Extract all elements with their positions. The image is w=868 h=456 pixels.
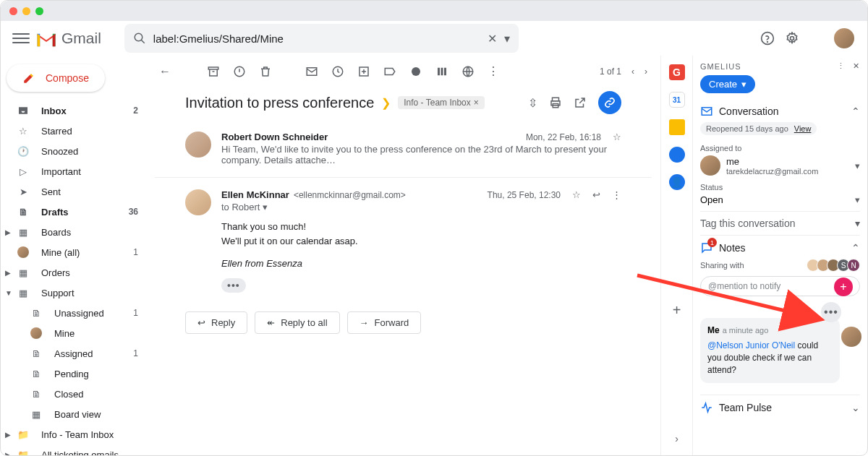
svg-rect-10 (438, 67, 440, 75)
avatar (700, 155, 720, 176)
keep-rail-icon[interactable] (669, 119, 685, 135)
tag-select[interactable]: Tag this conversation (700, 218, 796, 229)
apps-icon[interactable] (809, 32, 822, 45)
sidebar-item-important[interactable]: ▷Important (1, 161, 145, 181)
chevron-up-icon[interactable]: ⌃ (851, 242, 860, 254)
section-pulse[interactable]: Team Pulse (719, 402, 772, 413)
tasks-rail-icon[interactable] (669, 147, 685, 163)
sidebar-item-info-team-inbox[interactable]: ▶📁Info - Team Inbox (1, 424, 145, 444)
add-task-icon[interactable] (357, 65, 370, 78)
settings-icon[interactable] (785, 31, 799, 46)
account-avatar[interactable] (833, 27, 856, 50)
add-rail-icon[interactable]: + (669, 303, 685, 319)
panel-brand: GMELIUS (700, 62, 741, 71)
star-icon[interactable]: ☆ (613, 132, 621, 142)
link-icon[interactable] (598, 91, 621, 114)
board-icon[interactable] (435, 65, 448, 78)
label-icon[interactable] (409, 65, 422, 78)
sidebar-item-orders[interactable]: ▶▦Orders (1, 262, 145, 283)
clear-icon[interactable]: ✕ (488, 32, 497, 46)
compose-button[interactable]: Compose (7, 64, 105, 92)
collapse-rail-icon[interactable]: › (669, 431, 685, 447)
more-icon[interactable]: ⋮ (612, 189, 621, 200)
view-link[interactable]: View (794, 124, 812, 133)
back-icon[interactable]: ← (159, 65, 171, 78)
assignee-row[interactable]: metarekdelacruz@gmail.com ▾ (700, 155, 860, 176)
app-name: Gmail (61, 30, 101, 47)
snooze-icon[interactable] (331, 65, 344, 78)
gmail-logo[interactable]: Gmail (35, 30, 101, 47)
forward-button[interactable]: → Forward (347, 311, 422, 334)
sidebar-item-pending[interactable]: 🗎Pending (1, 363, 145, 384)
sidebar-item-assigned[interactable]: 🗎Assigned1 (1, 343, 145, 363)
chevron-down-icon[interactable]: ▾ (855, 160, 860, 171)
prev-icon[interactable]: ‹ (631, 66, 634, 77)
section-notes[interactable]: Notes (719, 242, 746, 254)
chevron-down-icon[interactable]: ⌄ (851, 402, 860, 413)
svg-rect-12 (444, 67, 446, 75)
panel-more-icon[interactable]: ⋮ (837, 61, 846, 71)
mention-link[interactable]: @Nelson Junior O'Neil (707, 340, 795, 350)
sidebar-item-inbox[interactable]: Inbox2 (1, 100, 145, 121)
sidebar-item-mine-all-[interactable]: Mine (all)1 (1, 242, 145, 262)
maximize-icon[interactable] (35, 7, 43, 15)
spam-icon[interactable] (233, 65, 246, 78)
note-item: ••• Mea minute ago @Nelson Junior O'Neil… (700, 318, 840, 383)
sharing-avatars[interactable]: S N (809, 259, 860, 272)
sidebar-item-sent[interactable]: ➤Sent (1, 181, 145, 202)
sidebar-item-starred[interactable]: ☆Starred (1, 121, 145, 141)
help-icon[interactable] (760, 31, 775, 46)
create-button[interactable]: Create ▾ (700, 75, 755, 93)
sidebar-item-boards[interactable]: ▶▦Boards (1, 222, 145, 242)
mark-unread-icon[interactable] (305, 65, 318, 78)
panel-close-icon[interactable]: ✕ (853, 61, 860, 71)
expand-icon[interactable]: ⇳ (528, 96, 537, 110)
sidebar-item-closed[interactable]: 🗎Closed (1, 384, 145, 404)
sidebar-item-board-view[interactable]: ▦Board view (1, 404, 145, 424)
share-icon[interactable] (461, 65, 475, 78)
chevron-down-icon[interactable]: ▾ (263, 202, 268, 212)
contacts-rail-icon[interactable]: 👤 (669, 174, 685, 190)
chevron-down-icon[interactable]: ▾ (855, 218, 860, 229)
reply-button[interactable]: ↩ Reply (185, 311, 247, 334)
sidebar: Compose Inbox2☆Starred🕐Snoozed▷Important… (1, 56, 145, 455)
chevron-up-icon[interactable]: ⌃ (851, 106, 860, 117)
status-select[interactable]: Open▾ (700, 194, 860, 205)
add-note-button[interactable]: + (834, 278, 853, 296)
section-conversation[interactable]: Conversation (719, 106, 779, 117)
search-icon[interactable] (133, 32, 146, 45)
show-trimmed-icon[interactable]: ••• (221, 278, 246, 293)
delete-icon[interactable] (259, 65, 272, 78)
subject-label[interactable]: Info - Team Inbox × (398, 96, 485, 109)
sidebar-item-snoozed[interactable]: 🕐Snoozed (1, 141, 145, 161)
close-icon[interactable] (9, 7, 17, 15)
archive-icon[interactable] (207, 65, 220, 78)
calendar-rail-icon[interactable]: 31 (669, 92, 685, 108)
star-icon[interactable]: ☆ (572, 189, 581, 200)
popout-icon[interactable] (574, 96, 587, 109)
search-options-icon[interactable]: ▾ (504, 32, 510, 46)
sidebar-item-all-ticketing-emails[interactable]: ▶📁All ticketing emails (1, 444, 145, 455)
side-rail: G 31 👤 + › (660, 56, 692, 455)
note-more-icon[interactable]: ••• (821, 302, 841, 322)
reopened-chip: Reopened 15 days agoView (700, 122, 817, 135)
avatar (841, 327, 861, 347)
message-collapsed[interactable]: Robert Down Schneider Mon, 22 Feb, 16:18… (155, 124, 652, 173)
print-icon[interactable] (549, 96, 562, 109)
app-header: Gmail ✕ ▾ (1, 21, 867, 56)
sidebar-item-mine[interactable]: Mine (1, 323, 145, 343)
sidebar-item-support[interactable]: ▼▦Support (1, 283, 145, 303)
reply-all-button[interactable]: ↞ Reply to all (255, 311, 339, 334)
menu-icon[interactable] (12, 30, 30, 47)
more-icon[interactable]: ⋮ (488, 64, 499, 78)
move-icon[interactable] (383, 65, 396, 78)
gmelius-rail-icon[interactable]: G (669, 64, 685, 80)
search-input[interactable] (153, 33, 480, 45)
svg-rect-11 (441, 67, 443, 75)
minimize-icon[interactable] (22, 7, 30, 15)
search-box[interactable]: ✕ ▾ (124, 24, 519, 53)
reply-icon[interactable]: ↩ (592, 189, 600, 200)
sidebar-item-drafts[interactable]: 🗎Drafts36 (1, 202, 145, 222)
sidebar-item-unassigned[interactable]: 🗎Unassigned1 (1, 303, 145, 323)
next-icon[interactable]: › (644, 66, 647, 77)
